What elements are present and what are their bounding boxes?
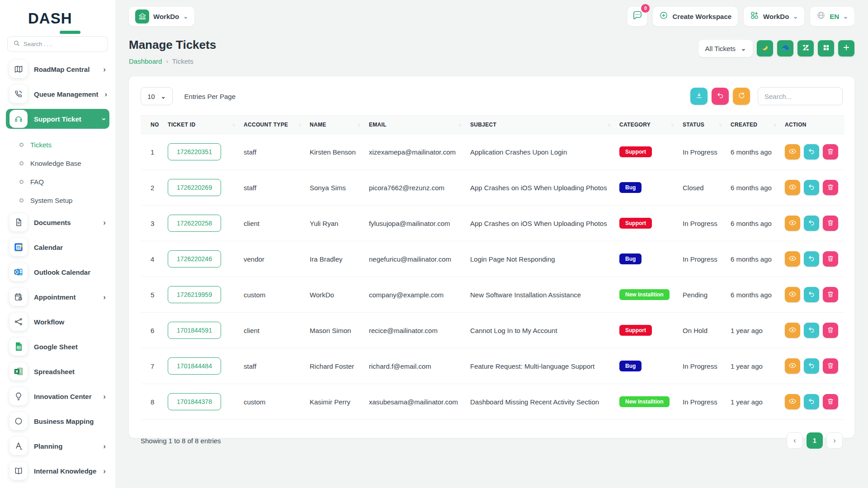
- delete-ticket-button[interactable]: [823, 287, 838, 302]
- export-button[interactable]: [690, 88, 708, 105]
- refresh-icon: [738, 92, 745, 101]
- appointment-icon: [9, 288, 28, 306]
- previous-page-button[interactable]: ‹: [787, 432, 803, 449]
- cell-account-type: custom: [240, 277, 306, 313]
- messages-button[interactable]: 0: [627, 7, 647, 26]
- reply-ticket-button[interactable]: [804, 144, 819, 160]
- sidebar-item-appointment[interactable]: Appointment›: [6, 287, 109, 307]
- view-ticket-button[interactable]: [785, 144, 800, 160]
- sidebar-item-google-sheet[interactable]: Google Sheet: [6, 337, 109, 357]
- sidebar-subitem-label: FAQ: [30, 178, 44, 186]
- ticket-id-link[interactable]: 1701844484: [168, 357, 221, 375]
- sidebar-item-documents[interactable]: Documents›: [6, 212, 109, 232]
- cell-category: Support: [616, 134, 679, 170]
- chevron-down-icon: ⌄: [741, 45, 746, 52]
- sidebar-item-label: Calendar: [34, 244, 63, 251]
- delete-ticket-button[interactable]: [823, 216, 838, 231]
- reset-button[interactable]: [712, 88, 729, 105]
- cell-email: fylusujopa@mailinator.com: [365, 206, 467, 241]
- onedrive-integration-button[interactable]: [777, 40, 793, 56]
- column-header-category[interactable]: CATEGORY↑↓: [616, 116, 679, 134]
- next-page-button[interactable]: ›: [826, 432, 843, 449]
- sidebar-item-support-ticket[interactable]: Support Ticket›: [6, 109, 109, 129]
- column-header-subject[interactable]: SUBJECT↑↓: [467, 116, 616, 134]
- reply-ticket-button[interactable]: [804, 287, 819, 302]
- cell-name: Kirsten Benson: [306, 134, 365, 170]
- ticket-row: 11726220351staffKirsten Bensonxizexamepa…: [141, 134, 844, 170]
- logo[interactable]: DASH: [0, 0, 115, 31]
- yellow-logo-icon: [760, 43, 769, 54]
- refresh-button[interactable]: [733, 88, 750, 105]
- delete-ticket-button[interactable]: [823, 180, 838, 195]
- reply-ticket-button[interactable]: [804, 323, 819, 338]
- sidebar-item-planning[interactable]: Planning›: [6, 436, 109, 456]
- sidebar-subitem-knowledge-base[interactable]: Knowledge Base: [19, 154, 109, 173]
- chevron-down-icon: ⌄: [161, 93, 166, 100]
- delete-ticket-button[interactable]: [823, 358, 838, 374]
- reply-ticket-button[interactable]: [804, 251, 819, 267]
- view-ticket-button[interactable]: [785, 358, 800, 374]
- delete-ticket-button[interactable]: [823, 323, 838, 338]
- sidebar-item-outlook-calendar[interactable]: Outlook Calendar: [6, 262, 109, 282]
- sidebar-item-business-mapping[interactable]: Business Mapping: [6, 411, 109, 431]
- sidebar-item-queue-management[interactable]: Queue Management›: [6, 84, 109, 104]
- app-switcher[interactable]: WorkDo ⌄: [744, 7, 804, 26]
- cell-account-type: vendor: [240, 241, 306, 277]
- ticket-id-link[interactable]: 1726220351: [168, 143, 221, 160]
- view-ticket-button[interactable]: [785, 394, 800, 409]
- trash-icon: [827, 291, 834, 299]
- reply-ticket-button[interactable]: [804, 358, 819, 374]
- language-selector[interactable]: EN ⌄: [810, 7, 854, 26]
- view-ticket-button[interactable]: [785, 251, 800, 267]
- view-ticket-button[interactable]: [785, 180, 800, 195]
- sidebar-item-innovation-center[interactable]: Innovation Center›: [6, 386, 109, 406]
- sidebar-item-workflow[interactable]: Workflow: [6, 312, 109, 332]
- sidebar-search-input[interactable]: [24, 41, 102, 47]
- column-header-name[interactable]: NAME↑↓: [306, 116, 365, 134]
- workspace-selector[interactable]: WorkDo ⌄: [129, 7, 194, 26]
- ticket-id-link[interactable]: 1701844378: [168, 393, 221, 410]
- zoho-integration-button[interactable]: [757, 40, 773, 56]
- create-ticket-button[interactable]: [838, 40, 854, 56]
- zendesk-integration-button[interactable]: [797, 40, 814, 56]
- sidebar-item-internal-knowledge[interactable]: Internal Knowledge›: [6, 461, 109, 481]
- cell-subject: Application Crashes Upon Login: [467, 134, 616, 170]
- view-ticket-button[interactable]: [785, 323, 800, 338]
- column-header-ticket-id[interactable]: TICKET ID↑↓: [164, 116, 240, 134]
- reply-ticket-button[interactable]: [804, 216, 819, 231]
- custom-fields-button[interactable]: [818, 40, 834, 56]
- sidebar-item-spreadsheet[interactable]: Spreadsheet: [6, 361, 109, 381]
- column-header-created[interactable]: CREATED↑↓: [727, 116, 781, 134]
- sidebar-subitem-faq[interactable]: FAQ: [19, 173, 109, 191]
- sidebar-item-calendar[interactable]: 31Calendar: [6, 237, 109, 257]
- delete-ticket-button[interactable]: [823, 144, 838, 160]
- column-header-account-type[interactable]: ACCOUNT TYPE↑↓: [240, 116, 306, 134]
- entries-per-page-select[interactable]: 10 ⌄: [141, 87, 173, 105]
- ticket-id-link[interactable]: 1726219959: [168, 286, 221, 303]
- sidebar-subitem-tickets[interactable]: Tickets: [19, 136, 109, 154]
- column-header-email[interactable]: EMAIL↑↓: [365, 116, 467, 134]
- delete-ticket-button[interactable]: [823, 251, 838, 267]
- table-search-input[interactable]: [758, 87, 843, 105]
- sidebar-search[interactable]: [7, 36, 108, 52]
- ticket-id-link[interactable]: 1726220258: [168, 215, 221, 232]
- create-workspace-button[interactable]: Create Workspace: [653, 7, 738, 26]
- view-ticket-button[interactable]: [785, 216, 800, 231]
- excel-icon: [9, 362, 28, 380]
- breadcrumb-dashboard[interactable]: Dashboard: [129, 57, 162, 65]
- reply-ticket-button[interactable]: [804, 394, 819, 409]
- column-header-status[interactable]: STATUS↑↓: [679, 116, 727, 134]
- sidebar-subitem-system-setup[interactable]: System Setup: [19, 191, 109, 210]
- delete-ticket-button[interactable]: [823, 394, 838, 409]
- cell-category: Support: [616, 206, 679, 241]
- onedrive-cloud-icon: [781, 43, 790, 54]
- view-ticket-button[interactable]: [785, 287, 800, 302]
- page-number-button[interactable]: 1: [807, 432, 823, 449]
- ticket-id-link[interactable]: 1726220269: [168, 179, 221, 196]
- cell-created: 6 months ago: [727, 134, 781, 170]
- ticket-filter-dropdown[interactable]: All Tickets ⌄: [698, 40, 753, 57]
- ticket-id-link[interactable]: 1701844591: [168, 322, 221, 339]
- sidebar-item-roadmap-central[interactable]: RoadMap Central›: [6, 59, 109, 79]
- reply-ticket-button[interactable]: [804, 180, 819, 195]
- ticket-id-link[interactable]: 1726220246: [168, 250, 221, 267]
